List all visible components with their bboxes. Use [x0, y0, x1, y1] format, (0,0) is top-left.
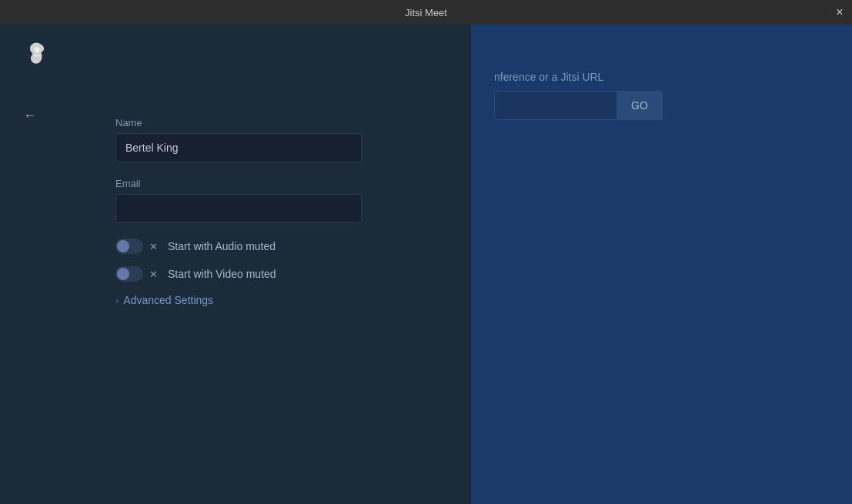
video-muted-toggle[interactable]	[115, 266, 143, 282]
video-muted-x-icon: ✕	[146, 267, 160, 281]
video-muted-thumb	[117, 268, 129, 280]
url-row: GO	[494, 91, 663, 120]
conference-url-input[interactable]	[494, 91, 617, 120]
close-button[interactable]: ×	[827, 0, 852, 25]
name-label: Name	[115, 117, 362, 129]
audio-muted-x-icon: ✕	[146, 239, 160, 253]
back-button[interactable]: ←	[23, 108, 37, 124]
profile-form: Name Email ✕ Start with Audio muted ✕ St…	[115, 117, 362, 306]
go-button[interactable]: GO	[617, 91, 663, 120]
svg-point-0	[34, 47, 39, 52]
audio-muted-toggle[interactable]	[115, 239, 143, 254]
chevron-right-icon: ›	[115, 295, 119, 306]
audio-muted-label: Start with Audio muted	[168, 240, 276, 252]
audio-muted-thumb	[117, 240, 129, 252]
right-panel: nference or a Jitsi URL GO	[471, 25, 852, 504]
advanced-settings-label: Advanced Settings	[123, 294, 213, 306]
email-input[interactable]	[115, 194, 362, 223]
advanced-settings-row[interactable]: › Advanced Settings	[115, 294, 362, 306]
email-label: Email	[115, 178, 362, 189]
conference-url-label: nference or a Jitsi URL	[494, 71, 603, 83]
window-title: Jitsi Meet	[405, 7, 447, 18]
left-panel: ← Name Email ✕ Start with Audio muted	[0, 25, 471, 504]
back-arrow-icon: ←	[23, 108, 37, 124]
audio-muted-toggle-row: ✕ Start with Audio muted	[115, 239, 362, 254]
video-muted-toggle-row: ✕ Start with Video muted	[115, 266, 362, 282]
logo	[23, 40, 51, 71]
titlebar: Jitsi Meet ×	[0, 0, 852, 25]
name-input[interactable]	[115, 133, 362, 162]
main-layout: ← Name Email ✕ Start with Audio muted	[0, 25, 852, 504]
video-muted-label: Start with Video muted	[168, 268, 276, 280]
right-content: nference or a Jitsi URL GO	[471, 25, 852, 143]
